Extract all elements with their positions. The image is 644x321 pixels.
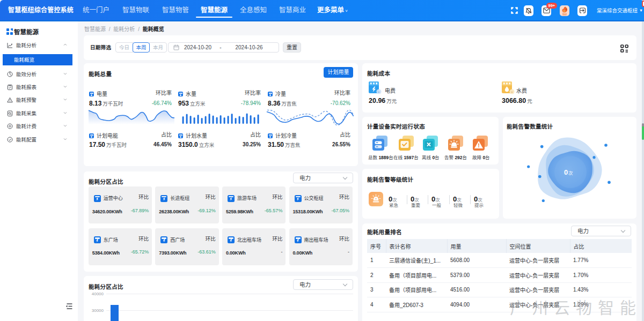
svg-text:0: 0: [564, 168, 568, 176]
svg-text:次: 次: [568, 170, 573, 176]
